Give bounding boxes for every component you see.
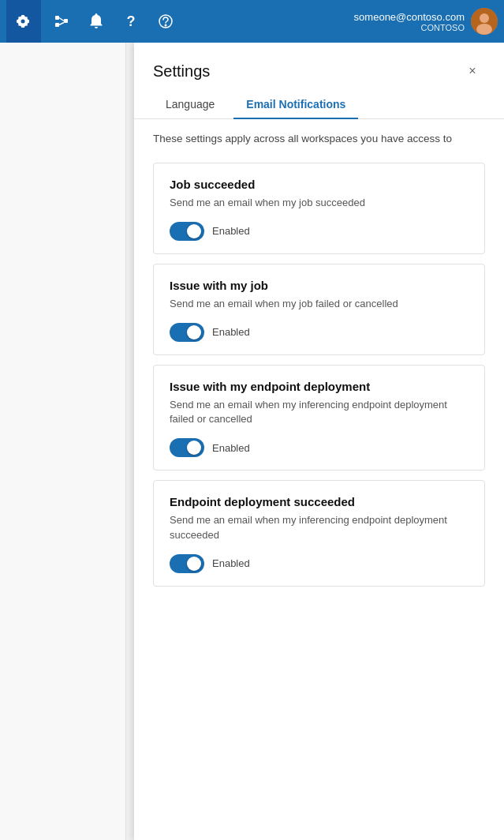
notification-card-endpoint-deployment-succeeded: Endpoint deployment succeeded Send me an… <box>153 480 485 587</box>
panel-header: Settings × <box>134 43 504 84</box>
topbar-org: CONTOSO <box>354 23 465 32</box>
svg-rect-1 <box>55 23 59 27</box>
toggle-thumb <box>187 441 201 455</box>
notif-title-issue-with-job: Issue with my job <box>170 279 469 292</box>
svg-rect-0 <box>55 16 59 20</box>
feedback-icon[interactable] <box>151 7 180 36</box>
gear-icon-container[interactable] <box>6 0 41 43</box>
toggle-row-endpoint-deployment-succeeded: Enabled <box>170 554 469 573</box>
toggle-row-issue-endpoint-deployment: Enabled <box>170 438 469 457</box>
panel-title: Settings <box>153 62 210 81</box>
pipeline-icon[interactable] <box>47 7 76 36</box>
notif-title-issue-endpoint-deployment: Issue with my endpoint deployment <box>170 380 469 393</box>
gear-icon <box>16 13 32 29</box>
topbar-icons: ? <box>47 7 354 36</box>
toggle-thumb <box>187 557 201 571</box>
toggle-label-issue-with-job: Enabled <box>212 326 250 338</box>
settings-description: These settings apply across all workspac… <box>153 132 485 147</box>
toggle-thumb <box>187 325 201 339</box>
topbar-user-info: someone@contoso.com CONTOSO <box>354 11 465 32</box>
toggle-row-job-succeeded: Enabled <box>170 222 469 241</box>
toggle-track <box>170 438 204 457</box>
tab-email-notifications[interactable]: Email Notifications <box>233 90 358 118</box>
notification-card-issue-endpoint-deployment: Issue with my endpoint deployment Send m… <box>153 365 485 471</box>
help-icon[interactable]: ? <box>117 7 145 36</box>
topbar-email: someone@contoso.com <box>354 11 465 23</box>
avatar[interactable] <box>471 8 498 35</box>
toggle-track <box>170 554 204 573</box>
notif-desc-issue-with-job: Send me an email when my job failed or c… <box>170 297 469 312</box>
svg-line-3 <box>59 18 64 21</box>
tab-language[interactable]: Language <box>153 90 227 118</box>
toggle-thumb <box>187 224 201 238</box>
toggle-endpoint-deployment-succeeded[interactable] <box>170 554 204 573</box>
topbar: ? someone@contoso.com CONTOSO <box>0 0 504 43</box>
notification-card-issue-with-job: Issue with my job Send me an email when … <box>153 264 485 355</box>
avatar-image <box>471 8 498 35</box>
close-button[interactable]: × <box>460 58 485 84</box>
notif-desc-job-succeeded: Send me an email when my job succeeded <box>170 196 469 211</box>
toggle-row-issue-with-job: Enabled <box>170 323 469 342</box>
toggle-issue-endpoint-deployment[interactable] <box>170 438 204 457</box>
svg-point-6 <box>165 24 166 26</box>
notif-desc-endpoint-deployment-succeeded: Send me an email when my inferencing end… <box>170 513 469 543</box>
notif-title-job-succeeded: Job succeeded <box>170 178 469 191</box>
notification-card-job-succeeded: Job succeeded Send me an email when my j… <box>153 163 485 254</box>
settings-panel: Settings × Language Email Notifications … <box>134 43 504 840</box>
svg-point-9 <box>476 24 492 35</box>
notifications-list: Job succeeded Send me an email when my j… <box>153 163 485 587</box>
svg-point-8 <box>480 13 489 23</box>
svg-rect-2 <box>64 19 68 23</box>
toggle-track <box>170 323 204 342</box>
toggle-job-succeeded[interactable] <box>170 222 204 241</box>
panel-body: These settings apply across all workspac… <box>134 119 504 840</box>
notif-desc-issue-endpoint-deployment: Send me an email when my inferencing end… <box>170 398 469 428</box>
toggle-label-job-succeeded: Enabled <box>212 225 250 237</box>
toggle-issue-with-job[interactable] <box>170 323 204 342</box>
notification-icon[interactable] <box>82 7 110 36</box>
topbar-user[interactable]: someone@contoso.com CONTOSO <box>354 8 498 35</box>
sidebar <box>0 43 126 840</box>
notif-title-endpoint-deployment-succeeded: Endpoint deployment succeeded <box>170 495 469 508</box>
toggle-track <box>170 222 204 241</box>
tabs-container: Language Email Notifications <box>134 90 504 119</box>
toggle-label-issue-endpoint-deployment: Enabled <box>212 442 250 454</box>
svg-line-4 <box>59 23 64 25</box>
toggle-label-endpoint-deployment-succeeded: Enabled <box>212 557 250 569</box>
